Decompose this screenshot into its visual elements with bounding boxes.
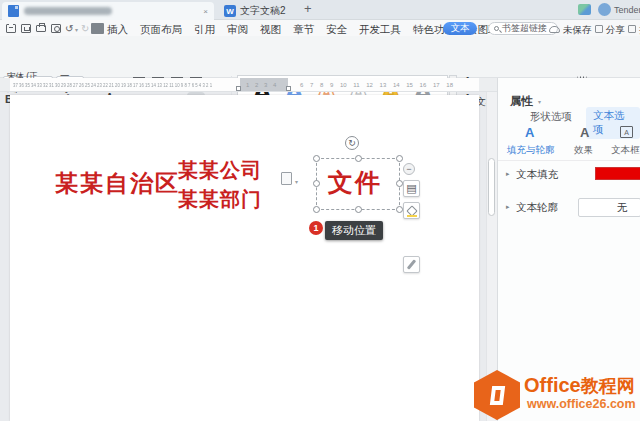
textbox-text[interactable]: 文件 <box>328 166 382 199</box>
text-outline-label: 文本轮廓 <box>516 201 558 215</box>
ruler-right-numbers: 6 7 8 9 10 11 12 13 14 15 16 17 18 <box>300 82 453 88</box>
fill-outline-tab-icon[interactable]: A <box>525 126 534 139</box>
text-fill-label: 文本填充 <box>516 168 558 182</box>
document-icon <box>8 5 19 17</box>
ruler-margin-numbers: 1 2 3 4 <box>246 82 276 88</box>
properties-sidebar: 属性 ▾ 形状选项 文本选项 A 填充与轮廓 A 效果 A 文本框 ▸ 文本填充… <box>497 78 640 421</box>
comment-icon[interactable] <box>628 25 636 33</box>
paste-options-dropdown-icon[interactable]: ▾ <box>295 178 298 185</box>
text-outline-select[interactable]: 无 <box>578 198 640 217</box>
ribbon: 宋体 (正文) ▾ 一号 ▾ A▴ A▾ B I U ▾ A▾ x² x₂ 拼▾… <box>0 36 640 78</box>
cloud-save-icon[interactable] <box>549 26 560 33</box>
resize-handle-n[interactable] <box>355 155 362 162</box>
resize-handle-ne[interactable] <box>396 155 403 162</box>
watermark-brand-cn: 教程网 <box>581 376 635 396</box>
menu-view[interactable]: 视图 <box>260 23 281 37</box>
indent-marker-right[interactable] <box>286 86 291 91</box>
search-icon <box>494 26 499 31</box>
layout-options-icon: ▤ <box>406 182 416 195</box>
paste-options-icon[interactable] <box>281 172 292 185</box>
vertical-scrollbar-thumb[interactable] <box>488 158 495 216</box>
tab-shape-options[interactable]: 形状选项 <box>530 110 572 124</box>
text-fill-color-swatch[interactable] <box>595 167 640 180</box>
pencil-icon <box>407 259 416 269</box>
sidebar-divider <box>498 160 640 161</box>
edit-points-button[interactable] <box>403 256 420 273</box>
undo-dropdown-icon[interactable]: ▾ <box>75 26 78 33</box>
search-box[interactable]: 书签超链接 <box>488 22 558 35</box>
resize-handle-sw[interactable] <box>313 206 320 213</box>
resize-handle-w[interactable] <box>313 180 320 187</box>
user-name[interactable]: Tender... <box>614 5 640 15</box>
sidebar-title: 属性 <box>510 94 533 109</box>
resize-handle-e[interactable] <box>396 180 403 187</box>
resize-handle-se[interactable] <box>396 206 403 213</box>
resize-handle-nw[interactable] <box>313 155 320 162</box>
context-tab-text-tools[interactable]: 文本 <box>443 22 477 35</box>
sidebar-title-dropdown-icon[interactable]: ▾ <box>538 98 541 105</box>
menu-page-layout[interactable]: 页面布局 <box>140 23 182 37</box>
export-icon[interactable] <box>21 24 31 33</box>
new-tab-button[interactable]: + <box>304 1 312 16</box>
censored-tab-title <box>24 7 112 15</box>
close-tab-icon[interactable]: × <box>203 7 208 16</box>
layout-options-button[interactable]: ▤ <box>403 180 420 197</box>
textbox-tab-icon[interactable]: A <box>620 126 633 138</box>
rotate-handle-icon[interactable]: ↻ <box>345 136 359 150</box>
text-outline-value: 无 <box>617 201 628 215</box>
undo-icon[interactable]: ↺ <box>65 23 73 34</box>
resize-handle-s[interactable] <box>355 206 362 213</box>
save-icon[interactable] <box>6 24 16 33</box>
paint-bucket-color <box>407 215 417 218</box>
redo-icon[interactable]: ↻ <box>81 23 89 34</box>
theme-icon[interactable] <box>578 4 591 15</box>
context-tab-dropdown-icon[interactable]: ▾ <box>479 26 482 33</box>
print-icon[interactable] <box>36 25 46 32</box>
document-tab-label: 文字文稿2 <box>240 4 286 18</box>
effects-tab-icon[interactable]: A <box>580 126 589 139</box>
subtab-fill-outline[interactable]: 填充与轮廓 <box>507 144 555 157</box>
censored-home-tab <box>91 23 104 34</box>
watermark-brand-en: Office <box>524 374 581 396</box>
collapse-toolbar-button[interactable]: − <box>403 163 415 175</box>
watermark-brand: Office教程网 <box>524 374 635 398</box>
writer-doc-icon: W <box>224 5 236 17</box>
subtab-textbox[interactable]: 文本框 <box>611 144 640 157</box>
wps-window: × W 文字文稿2 + Tender... ↺ ▾ ↻ 插入 页面布局 引用 审… <box>0 0 640 421</box>
text-fill-expand-icon[interactable]: ▸ <box>506 170 510 178</box>
share-icon[interactable] <box>595 25 603 33</box>
menu-section[interactable]: 章节 <box>293 23 314 37</box>
menu-insert[interactable]: 插入 <box>107 23 128 37</box>
menu-references[interactable]: 引用 <box>194 23 215 37</box>
search-text: 书签超链接 <box>502 22 547 35</box>
menu-review[interactable]: 审阅 <box>227 23 248 37</box>
ruler-left-numbers: 37 36 35 34 33 32 31 30 29 28 27 26 25 2… <box>13 82 176 88</box>
fill-color-button[interactable] <box>403 202 420 219</box>
menubar: ↺ ▾ ↻ 插入 页面布局 引用 审阅 视图 章节 安全 开发工具 特色功能 绘… <box>0 20 640 36</box>
company-text-line2[interactable]: 某某部门 <box>178 186 262 213</box>
titlebar: × W 文字文稿2 + Tender... <box>0 0 640 20</box>
agency-text[interactable]: 某某自治区 <box>55 168 180 199</box>
menu-dev-tools[interactable]: 开发工具 <box>359 23 401 37</box>
company-text-line1[interactable]: 某某公司 <box>178 157 262 184</box>
text-outline-expand-icon[interactable]: ▸ <box>506 203 510 211</box>
step-badge: 1 <box>309 221 323 235</box>
subtab-effects[interactable]: 效果 <box>574 144 593 157</box>
horizontal-ruler: 37 36 35 34 33 32 31 30 29 28 27 26 25 2… <box>0 78 497 92</box>
document-tab-2[interactable]: W 文字文稿2 <box>218 2 292 20</box>
indent-marker-left[interactable] <box>236 86 241 91</box>
office-logo-icon <box>489 386 504 405</box>
menu-security[interactable]: 安全 <box>326 23 347 37</box>
watermark-url: www.office26.com <box>527 397 636 411</box>
document-tab-1[interactable]: × <box>2 2 214 20</box>
print-preview-icon[interactable] <box>51 24 61 33</box>
avatar[interactable] <box>598 3 611 16</box>
move-position-tooltip: 移动位置 <box>325 221 383 240</box>
